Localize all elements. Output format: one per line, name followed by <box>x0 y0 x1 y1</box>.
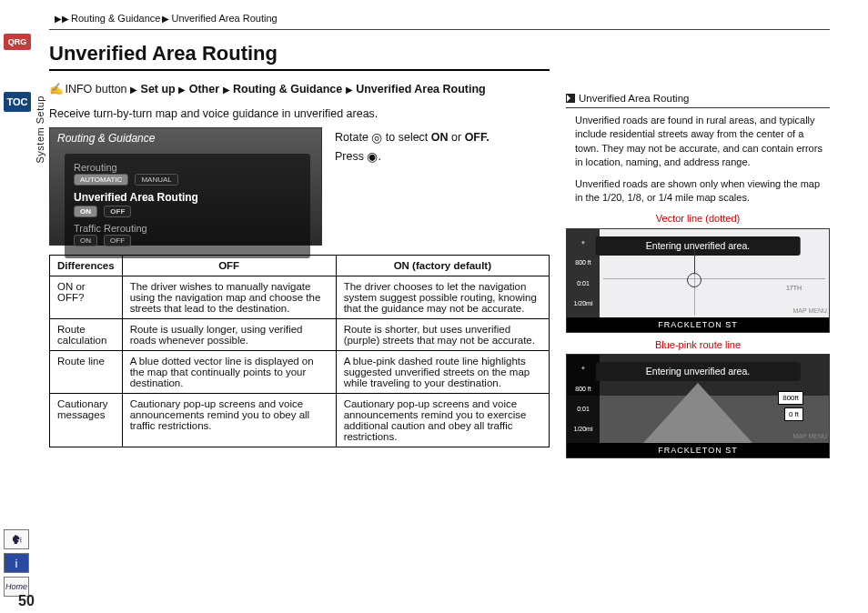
path-arrow-icon: ▶ <box>130 85 137 95</box>
instr-on: ON <box>431 131 449 144</box>
table-row: ON or OFF? The driver wishes to manually… <box>50 276 550 319</box>
intro-text: Receive turn-by-turn map and voice guida… <box>49 107 550 120</box>
press-button-icon: ◉ <box>367 147 378 166</box>
breadcrumb-seg1: Routing & Guidance <box>71 13 160 24</box>
mini-map-3d: ⌖ 800 ft 0:01 1/20mi Entering unverified… <box>566 354 830 458</box>
map-time: 0:01 <box>577 279 590 288</box>
right-column: Unverified Area Routing Unverified roads… <box>566 91 830 458</box>
map-sidebar: ⌖ 800 ft 0:01 1/20mi <box>567 229 600 317</box>
caption-blue-pink: Blue-pink route line <box>566 338 830 352</box>
table-row: Route calculation Route is usually longe… <box>50 319 550 351</box>
voice-icon[interactable]: 🗣 <box>4 529 29 549</box>
right-col-head: Unverified Area Routing <box>566 91 830 108</box>
breadcrumb-arrow-icon: ▶▶ <box>55 14 69 24</box>
pill-on: ON <box>74 206 97 217</box>
toc-badge[interactable]: TOC <box>4 92 31 112</box>
instr-text: to select <box>382 131 431 144</box>
page-title: Unverified Area Routing <box>49 42 550 65</box>
hand-icon: ✍ <box>49 80 62 98</box>
right-p1: Unverified roads are found in rural area… <box>575 114 830 170</box>
row-off: The driver wishes to manually navigate u… <box>122 276 336 319</box>
path-arrow-icon: ▶ <box>178 85 186 95</box>
instr-text: . <box>378 150 380 163</box>
th-on: ON (factory default) <box>336 256 549 276</box>
path-other: Other <box>189 83 219 95</box>
map-compass-icon: ⌖ <box>581 364 585 373</box>
map-street-17th: 17TH <box>786 284 802 293</box>
device-row-rerouting: Rerouting AUTOMATIC MANUAL <box>74 159 301 188</box>
row-label: Route line <box>50 351 123 394</box>
instr-text: Press <box>335 150 367 163</box>
table-row: Cautionary messages Cautionary pop-up sc… <box>50 394 550 447</box>
map-3d-road <box>643 383 752 443</box>
map-dist: 800 ft <box>575 385 591 394</box>
pill-off: OFF <box>104 235 131 246</box>
breadcrumb-seg2: Unverified Area Routing <box>171 13 277 24</box>
map-street-frackleton: FRACKLETON ST <box>567 443 829 457</box>
map-scale: 1/20mi <box>573 299 592 308</box>
table-row: Route line A blue dotted vector line is … <box>50 351 550 394</box>
pill-automatic: AUTOMATIC <box>74 174 128 186</box>
device-row-traffic: Traffic Rerouting ON OFF <box>74 220 301 249</box>
differences-table: Differences OFF ON (factory default) ON … <box>49 255 550 447</box>
instr-text: or <box>449 131 465 144</box>
map-banner: Entering unverified area. <box>596 236 801 256</box>
path-info: INFO button <box>65 83 126 95</box>
row-on: Route is shorter, but uses unverified (p… <box>336 319 549 351</box>
info-icon[interactable]: i <box>4 553 29 573</box>
device-row-label: Traffic Rerouting <box>74 223 147 234</box>
right-p2: Unverified roads are shown only when vie… <box>575 177 830 206</box>
path-arrow-icon: ▶ <box>223 85 230 95</box>
path-uar: Unverified Area Routing <box>356 83 486 95</box>
map-sidebar: ⌖ 800 ft 0:01 1/20mi <box>567 355 600 443</box>
side-section-label: System Setup <box>35 95 45 163</box>
pill-manual: MANUAL <box>135 174 177 186</box>
row-label: Route calculation <box>50 319 123 351</box>
device-row-label: Unverified Area Routing <box>74 191 198 204</box>
title-rule <box>49 69 550 71</box>
row-on: The driver chooses to let the navigation… <box>336 276 549 319</box>
row-off: A blue dotted vector line is displayed o… <box>122 351 336 394</box>
row-on: Cautionary pop-up screens and voice anno… <box>336 394 549 447</box>
qrg-badge[interactable]: QRG <box>4 34 31 50</box>
device-header: Routing & Guidance <box>57 132 155 145</box>
side-icon-stack: 🗣 i Home <box>4 529 31 597</box>
side-badges: QRG TOC <box>4 31 36 115</box>
row-label: ON or OFF? <box>50 276 123 319</box>
right-col-title: Unverified Area Routing <box>579 91 689 106</box>
menu-path: ✍ INFO button ▶ Set up ▶ Other ▶ Routing… <box>49 80 550 98</box>
instr-off: OFF. <box>465 131 490 144</box>
caption-vector-line: Vector line (dotted) <box>566 212 830 226</box>
map-street-frackleton: FRACKLETON ST <box>567 317 829 332</box>
main-column: Unverified Area Routing ✍ INFO button ▶ … <box>49 42 550 447</box>
map-compass-icon: ⌖ <box>581 238 585 247</box>
instructions: Rotate ◎ to select ON or OFF. Press ◉. <box>335 127 550 246</box>
map-banner: Entering unverified area. <box>596 362 801 381</box>
pill-on: ON <box>74 235 97 246</box>
breadcrumb-arrow-icon: ▶ <box>162 14 169 24</box>
device-screenshot: Routing & Guidance Rerouting AUTOMATIC M… <box>49 127 322 246</box>
map-menu-label: MAP MENU <box>792 432 827 441</box>
map-scale: 1/20mi <box>573 425 592 434</box>
rotate-dial-icon: ◎ <box>371 128 382 147</box>
device-row-label: Rerouting <box>74 162 117 173</box>
note-icon <box>566 94 575 103</box>
device-row-unverified: Unverified Area Routing ON OFF <box>74 188 301 220</box>
row-on: A blue-pink dashed route line highlights… <box>336 351 549 394</box>
row-off: Route is usually longer, using verified … <box>122 319 336 351</box>
breadcrumb-rule <box>49 29 830 30</box>
row-off: Cautionary pop-up screens and voice anno… <box>122 394 336 447</box>
instr-text: Rotate <box>335 131 371 144</box>
map-dist-badge: 800ft <box>778 391 803 405</box>
path-rg: Routing & Guidance <box>233 83 342 95</box>
map-dist-badge-2: 0 ft <box>784 407 803 421</box>
map-dist: 800 ft <box>575 258 591 267</box>
map-callout-pin <box>687 273 701 287</box>
path-setup: Set up <box>141 83 176 95</box>
map-time: 0:01 <box>577 405 590 414</box>
row-label: Cautionary messages <box>50 394 123 447</box>
map-menu-label: MAP MENU <box>792 306 827 316</box>
page-number: 50 <box>18 593 35 609</box>
mini-map-2d: ⌖ 800 ft 0:01 1/20mi Entering unverified… <box>566 228 830 333</box>
pill-off: OFF <box>104 206 131 217</box>
